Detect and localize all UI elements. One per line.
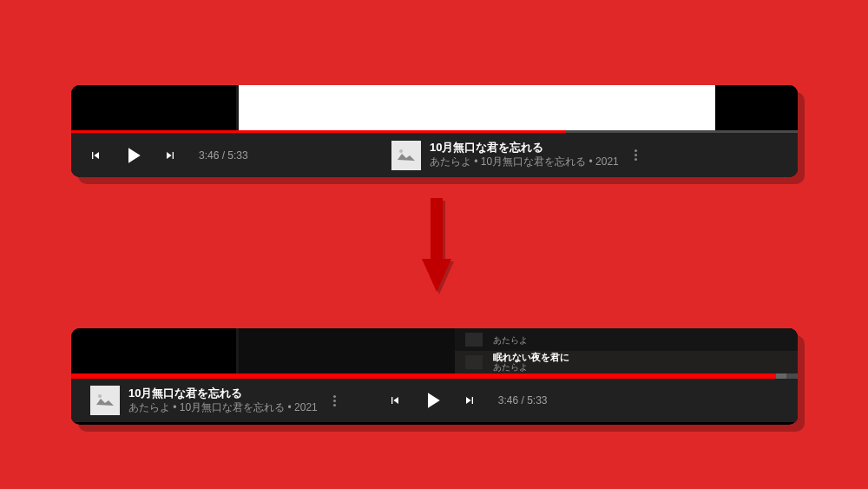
control-bar: 3:46 / 5:33 10月無口な君を忘れる あたらよ • 10月無口な君を忘…: [71, 133, 798, 177]
play-button[interactable]: [419, 387, 445, 413]
more-options-button[interactable]: [333, 395, 336, 406]
queue-title: 眠れない夜を君に: [493, 353, 569, 362]
svg-point-0: [399, 149, 403, 153]
progress-bar[interactable]: [71, 130, 798, 133]
track-info: 10月無口な君を忘れる あたらよ • 10月無口な君を忘れる • 2021: [90, 386, 318, 415]
player-after: あたらよ 眠れない夜を君に あたらよ 10月無口な君を忘れる: [71, 328, 798, 425]
album-thumbnail[interactable]: [391, 141, 421, 170]
queue-item[interactable]: あたらよ: [455, 328, 798, 351]
control-bar: 10月無口な君を忘れる あたらよ • 10月無口な君を忘れる • 2021 3:…: [71, 379, 798, 422]
next-button[interactable]: [463, 393, 477, 407]
previous-button[interactable]: [388, 393, 402, 407]
next-button[interactable]: [163, 149, 177, 162]
album-art-icon: [396, 147, 417, 164]
queue-panel: あたらよ 眠れない夜を君に あたらよ: [455, 328, 798, 373]
track-title: 10月無口な君を忘れる: [128, 387, 318, 401]
previous-icon: [388, 393, 402, 407]
more-options-button[interactable]: [635, 149, 637, 161]
time-display: 3:46 / 5:33: [498, 394, 548, 406]
video-area: あたらよ 眠れない夜を君に あたらよ: [71, 328, 798, 373]
queue-artist: あたらよ: [493, 363, 569, 372]
progress-buffer: [776, 373, 787, 379]
svg-marker-2: [422, 259, 451, 292]
track-title: 10月無口な君を忘れる: [430, 141, 619, 155]
svg-rect-1: [431, 198, 443, 259]
next-icon: [463, 393, 477, 407]
queue-thumbnail: [465, 355, 483, 369]
progress-fill: [71, 373, 776, 379]
track-meta: あたらよ • 10月無口な君を忘れる • 2021: [128, 401, 318, 415]
track-meta: あたらよ • 10月無口な君を忘れる • 2021: [430, 155, 619, 169]
album-art-icon: [95, 392, 115, 409]
next-icon: [163, 149, 177, 162]
expanded-video-region: [239, 85, 715, 130]
queue-item-active[interactable]: 眠れない夜を君に あたらよ: [455, 351, 798, 373]
previous-icon: [89, 149, 102, 162]
play-icon: [419, 387, 445, 413]
svg-point-3: [98, 394, 102, 398]
player-before: 3:46 / 5:33 10月無口な君を忘れる あたらよ • 10月無口な君を忘…: [71, 85, 798, 177]
album-thumbnail[interactable]: [90, 386, 120, 415]
track-info: 10月無口な君を忘れる あたらよ • 10月無口な君を忘れる • 2021: [391, 141, 619, 170]
play-icon: [120, 142, 146, 169]
progress-fill: [71, 130, 565, 133]
miniplayer-region: [239, 328, 455, 373]
video-area: [71, 85, 798, 130]
time-display: 3:46 / 5:33: [199, 149, 248, 162]
arrow-down-icon: [422, 198, 451, 294]
queue-artist: あたらよ: [493, 336, 528, 345]
play-button[interactable]: [120, 142, 146, 169]
queue-thumbnail: [465, 333, 483, 347]
progress-bar[interactable]: [71, 373, 798, 379]
previous-button[interactable]: [89, 149, 102, 162]
